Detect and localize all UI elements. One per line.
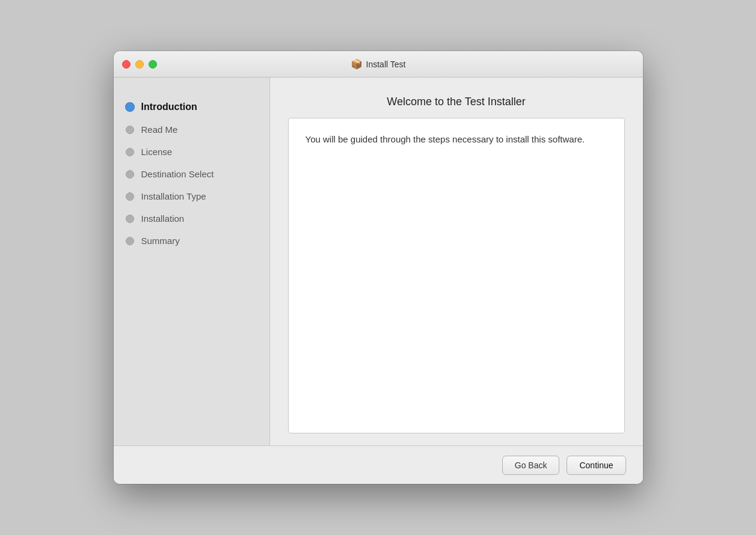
- step-dot-license: [126, 148, 134, 156]
- traffic-lights: [122, 60, 157, 69]
- continue-button[interactable]: Continue: [567, 456, 625, 475]
- step-dot-introduction: [126, 103, 134, 111]
- step-dot-readme: [126, 126, 134, 134]
- window-title: Install Test: [366, 60, 406, 69]
- step-dot-installation-type: [126, 192, 134, 201]
- window-body: Introduction Read Me License Destination…: [114, 78, 643, 445]
- step-label-destination-select: Destination Select: [141, 169, 214, 179]
- step-label-summary: Summary: [141, 236, 180, 246]
- titlebar: 📦 Install Test: [114, 51, 643, 78]
- main-content: Welcome to the Test Installer You will b…: [270, 78, 643, 445]
- installer-window: 📦 Install Test Introduction Read Me Lice…: [114, 51, 643, 484]
- sidebar: Introduction Read Me License Destination…: [114, 78, 270, 445]
- step-label-installation: Installation: [141, 213, 185, 224]
- sidebar-item-destination-select[interactable]: Destination Select: [114, 163, 269, 185]
- welcome-title: Welcome to the Test Installer: [288, 96, 625, 108]
- titlebar-center: 📦 Install Test: [351, 58, 406, 70]
- step-dot-destination-select: [126, 170, 134, 179]
- step-label-license: License: [141, 147, 173, 157]
- sidebar-item-installation[interactable]: Installation: [114, 207, 269, 230]
- step-label-installation-type: Installation Type: [141, 191, 206, 201]
- go-back-button[interactable]: Go Back: [502, 456, 560, 475]
- window-footer: Go Back Continue: [114, 445, 643, 484]
- sidebar-item-introduction[interactable]: Introduction: [114, 96, 269, 118]
- content-box: You will be guided through the steps nec…: [288, 118, 625, 433]
- content-text: You will be guided through the steps nec…: [306, 133, 607, 147]
- sidebar-item-installation-type[interactable]: Installation Type: [114, 185, 269, 207]
- maximize-button[interactable]: [149, 60, 157, 69]
- step-dot-summary: [126, 237, 134, 245]
- step-label-readme: Read Me: [141, 124, 178, 135]
- app-icon: 📦: [351, 58, 363, 70]
- close-button[interactable]: [122, 60, 131, 69]
- minimize-button[interactable]: [135, 60, 144, 69]
- sidebar-item-readme[interactable]: Read Me: [114, 118, 269, 141]
- step-dot-installation: [126, 215, 134, 223]
- sidebar-item-license[interactable]: License: [114, 141, 269, 163]
- step-label-introduction: Introduction: [141, 102, 197, 112]
- sidebar-item-summary[interactable]: Summary: [114, 230, 269, 252]
